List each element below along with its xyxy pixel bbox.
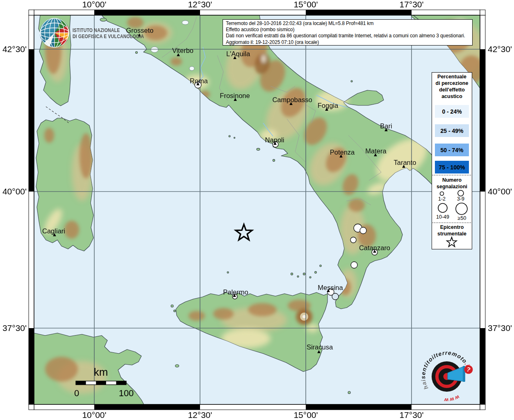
island-aeolian: [309, 276, 311, 278]
svg-text:≥50: ≥50: [458, 215, 466, 221]
ingv-name-line1: ISTITUTO NAZIONALE: [73, 27, 144, 33]
map-page: GrossetoViterboRomaL'AquilaFrosinoneCamp…: [0, 0, 514, 420]
ingv-globe-icon: [38, 16, 71, 49]
lon-label-top: 12°30': [188, 0, 212, 9]
lon-label-top: 15°00': [293, 0, 318, 9]
city-label: Napoli: [265, 136, 284, 144]
city-label: Potenza: [330, 148, 355, 156]
city-label: Bari: [380, 122, 392, 130]
city-label: Cagliari: [42, 227, 65, 235]
city-label: Palermo: [223, 288, 248, 296]
island-malta: [348, 391, 350, 394]
svg-text:25 - 49%: 25 - 49%: [440, 128, 464, 134]
scale-end-label: 100: [119, 388, 134, 398]
lat-label-right: 42°30': [488, 44, 512, 54]
info-line-effect: Effetto acustico (rombo sismico): [226, 27, 469, 33]
lon-label-top: 17°30': [399, 0, 423, 9]
etna-volcano: [296, 308, 312, 325]
island-stromboli: [320, 265, 321, 267]
legend-circle-1-2: [440, 192, 444, 196]
ingv-logo: ISTITUTO NAZIONALE DI GEOFISICA E VULCAN…: [38, 16, 144, 49]
svg-text:acustico: acustico: [441, 94, 462, 99]
lon-label-bottom: 17°30': [399, 410, 423, 420]
earthquake-info-box: Terremoto del 28-10-2016 22:02:43 (ora l…: [223, 19, 473, 46]
island-egadi: [171, 305, 173, 307]
city-label: Messina: [318, 284, 343, 291]
svg-text:strumentale: strumentale: [437, 231, 466, 237]
island-ponza: [229, 135, 230, 137]
island-aeolian: [315, 272, 317, 274]
lon-label-bottom: 12°30': [188, 410, 212, 420]
lat-label-left: 42°30': [2, 44, 27, 54]
island-ustica: [227, 272, 229, 273]
ingv-logo-text: ISTITUTO NAZIONALE DI GEOFISICA E VULCAN…: [73, 27, 144, 39]
info-line-updated: Aggiornato il: 19-12-2025 07:10 (ora loc…: [226, 39, 469, 46]
island-aeolian: [291, 273, 293, 275]
legend-circle-3-9: [458, 190, 464, 196]
logo-text-hai: hai: [420, 379, 429, 391]
island-egadi: [174, 310, 176, 312]
svg-text:di percezione: di percezione: [436, 80, 469, 86]
svg-text:dell'effetto: dell'effetto: [439, 87, 465, 93]
city-label: Campobasso: [272, 96, 312, 103]
report-circle: [351, 262, 357, 268]
haisentito-logo: haisentitoilterremoto.it www. ?: [418, 348, 480, 408]
svg-text:50 - 74%: 50 - 74%: [440, 147, 464, 153]
scale-start-label: 0: [74, 388, 79, 398]
svg-text:0 - 24%: 0 - 24%: [442, 108, 462, 115]
map-interior: GrossetoViterboRomaL'AquilaFrosinoneCamp…: [34, 15, 484, 405]
lat-label-left: 40°00': [2, 187, 27, 196]
city-label: Roma: [190, 77, 208, 84]
question-mark-icon: ?: [464, 365, 473, 374]
city-label: Taranto: [393, 159, 416, 166]
lon-label-bottom: 10°00': [82, 410, 106, 420]
info-line-data-note: Dati non verificati estratti da 86 quest…: [226, 33, 469, 39]
svg-text:1-2: 1-2: [438, 196, 446, 202]
legend-circle-10-49: [438, 203, 447, 212]
legend-panel: Percentuale di percezione dell'effetto a…: [432, 72, 472, 249]
lon-label-bottom: 15°00': [293, 410, 318, 420]
svg-text:3-9: 3-9: [457, 196, 464, 202]
ingv-name-line2: DI GEOFISICA E VULCANOLOGIA: [73, 33, 144, 39]
legend-epicenter-title: Epicentro: [440, 224, 464, 230]
city-label: Catanzaro: [359, 244, 390, 251]
lat-label-left: 37°30': [2, 323, 27, 333]
svg-text:75 - 100%: 75 - 100%: [439, 164, 465, 171]
info-line-event: Terremoto del 28-10-2016 22:02:43 (ora l…: [226, 21, 469, 27]
city-label: L'Aquila: [226, 50, 250, 57]
legend-reports-title: Numero: [442, 177, 462, 183]
city-label: Frosinone: [220, 92, 250, 99]
lat-label-right: 40°00': [488, 187, 512, 196]
island-ischia: [257, 148, 260, 150]
svg-text:segnalazioni: segnalazioni: [437, 184, 467, 189]
island: [136, 52, 138, 54]
city-label: Matera: [365, 147, 387, 155]
report-circle: [360, 227, 366, 234]
lon-label-top: 10°00': [82, 0, 106, 9]
island-aeolian: [297, 276, 299, 277]
city-label: Viterbo: [172, 47, 193, 54]
city-label: Foggia: [318, 102, 339, 109]
island-tremiti: [351, 80, 353, 82]
lat-label-right: 37°30': [488, 323, 512, 333]
island-aeolian: [303, 273, 305, 275]
legend-circle-50plus: [456, 203, 467, 215]
city-label: Siracusa: [307, 343, 333, 351]
legend-percent-title: Percentuale: [437, 74, 466, 80]
report-circle: [332, 293, 339, 300]
report-circle: [350, 237, 356, 243]
island-pantelleria: [175, 365, 179, 367]
scale-unit-label: km: [94, 366, 108, 378]
island-capri: [273, 159, 275, 161]
svg-text:10-49: 10-49: [436, 214, 449, 220]
island: [234, 137, 235, 138]
